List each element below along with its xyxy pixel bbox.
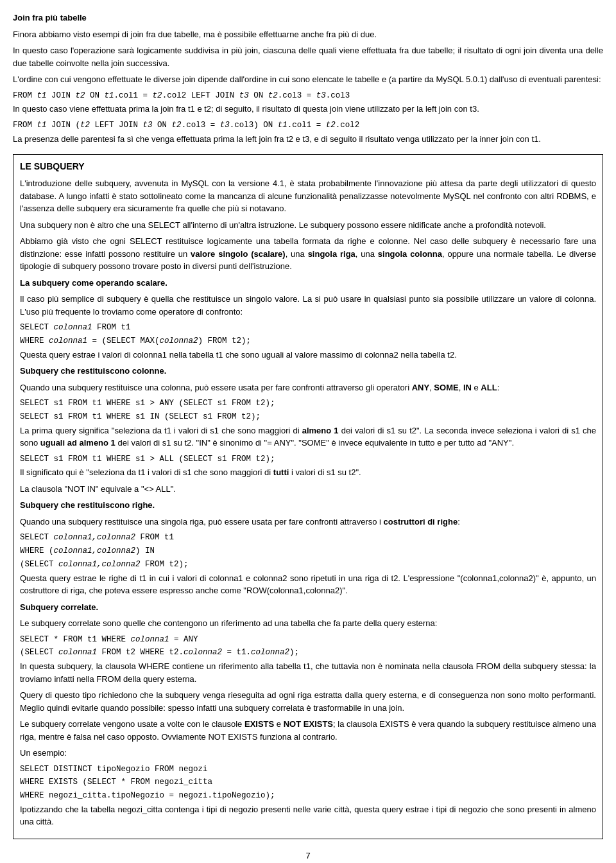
para-subquery-example-explain: Ipotizzando che la tabella negozi_citta …: [20, 803, 596, 828]
code-corr-2: (SELECT colonna1 FROM t2 WHERE t2.colonn…: [20, 647, 596, 659]
code-col-1: SELECT s1 FROM t1 WHERE s1 > ANY (SELECT…: [20, 397, 596, 410]
para-subquery-example-intro: Un esempio:: [20, 747, 596, 760]
para-subquery-intro: L'introduzione delle subquery, avvenuta …: [20, 177, 596, 215]
code-row-1: SELECT colonna1,colonna2 FROM t1: [20, 532, 596, 544]
page-number: 7: [13, 850, 603, 862]
para-subquery-col-explain2: Il significato qui è "seleziona da t1 i …: [20, 466, 596, 479]
code-col-3: SELECT s1 FROM t1 WHERE s1 > ALL (SELECT…: [20, 453, 596, 466]
code-exists-3: WHERE negozi_citta.tipoNegozio = negozi.…: [20, 790, 596, 802]
para-subquery-row-desc: Quando una subquery restituisce una sing…: [20, 516, 596, 528]
para-subquery-def: Una subquery non è altro che una SELECT …: [20, 219, 596, 232]
code-col-2: SELECT s1 FROM t1 WHERE s1 IN (SELECT s1…: [20, 411, 596, 423]
code-join-2: FROM t1 JOIN (t2 LEFT JOIN t3 ON t2.col3…: [13, 119, 603, 132]
code-corr-1: SELECT * FROM t1 WHERE colonna1 = ANY: [20, 634, 596, 646]
para-subquery-exists-desc: Le subquery correlate vengono usate a vo…: [20, 718, 596, 743]
para-subquery-corr-explain1: In questa subquery, la clausola WHERE co…: [20, 660, 596, 685]
subquery-title: LE SUBQUERY: [20, 160, 596, 173]
para-subquery-col-explain1: La prima query significa "seleziona da t…: [20, 424, 596, 449]
code-scalar-2: WHERE colonna1 = (SELECT MAX(colonna2) F…: [20, 335, 596, 347]
para-subquery-col-desc: Quando una subquery restituisce una colo…: [20, 381, 596, 394]
para-subquery-corr-title: Subquery correlate.: [20, 601, 596, 614]
para-subquery-notin: La clausola "NOT IN" equivale a "<> ALL"…: [20, 483, 596, 496]
para-subquery-scalar-desc: Il caso più semplice di subquery è quell…: [20, 293, 596, 318]
para-subquery-corr-explain2: Query di questo tipo richiedono che la s…: [20, 689, 596, 714]
section-join-multiple: Join fra più tabelle Finora abbiamo vist…: [13, 12, 603, 145]
code-join-1: FROM t1 JOIN t2 ON t1.col1 = t2.col2 LEF…: [13, 90, 603, 102]
para-join-4: In questo caso viene effettuata prima la…: [13, 103, 603, 116]
para-join-2: In questo caso l'operazione sarà logicam…: [13, 44, 603, 69]
para-subquery-col-title: Subquery che restituiscono colonne.: [20, 365, 596, 378]
section-subquery: LE SUBQUERY L'introduzione delle subquer…: [13, 154, 603, 839]
para-join-5: La presenza delle parentesi fa sì che ve…: [13, 133, 603, 146]
para-subquery-corr-desc: Le subquery correlate sono quelle che co…: [20, 617, 596, 630]
code-exists-2: WHERE EXISTS (SELECT * FROM negozi_citta: [20, 776, 596, 789]
para-subquery-row-explain: Questa query estrae le righe di t1 in cu…: [20, 572, 596, 597]
para-subquery-scalar-title: La subquery come operando scalare.: [20, 277, 596, 290]
code-row-3: (SELECT colonna1,colonna2 FROM t2);: [20, 559, 596, 571]
code-exists-1: SELECT DISTINCT tipoNegozio FROM negozi: [20, 763, 596, 776]
para-subquery-types: Abbiamo già visto che ogni SELECT restit…: [20, 235, 596, 273]
code-scalar-1: SELECT colonna1 FROM t1: [20, 322, 596, 334]
para-subquery-row-title: Subquery che restituiscono righe.: [20, 499, 596, 512]
section-title-join: Join fra più tabelle: [13, 12, 603, 24]
para-join-3: L'ordine con cui vengono effettuate le d…: [13, 73, 603, 86]
para-subquery-scalar-explain: Questa query estrae i valori di colonna1…: [20, 349, 596, 362]
para-join-1: Finora abbiamo visto esempi di join fra …: [13, 28, 603, 41]
code-row-2: WHERE (colonna1,colonna2) IN: [20, 545, 596, 557]
